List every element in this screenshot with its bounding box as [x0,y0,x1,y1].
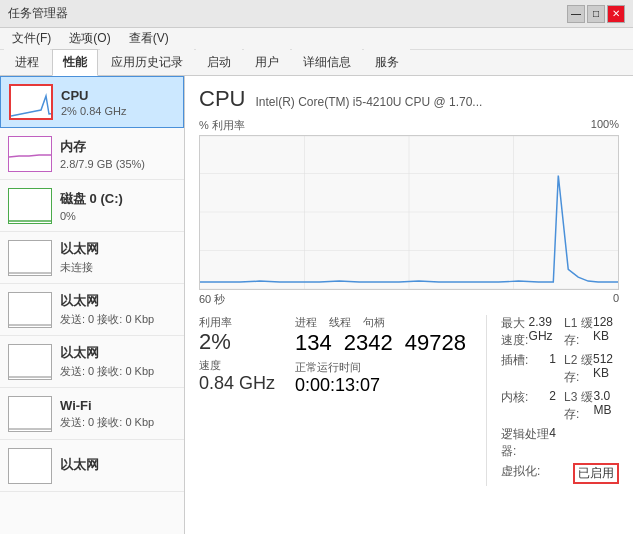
sidebar-disk-name: 磁盘 0 (C:) [60,190,176,208]
process-value: 134 [295,330,332,356]
wifi-mini-graph [8,396,52,432]
speed-value: 0.84 GHz [199,373,275,394]
disk-mini-graph [8,188,52,224]
eth4-mini-graph [8,448,52,484]
handle-value: 49728 [405,330,466,356]
sidebar-item-memory[interactable]: 内存 2.8/7.9 GB (35%) [0,128,184,180]
sidebar-eth1-name: 以太网 [60,240,176,258]
sidebar-eth3-stat: 发送: 0 接收: 0 Kbp [60,364,176,379]
minimize-button[interactable]: — [567,5,585,23]
sidebar-memory-info: 内存 2.8/7.9 GB (35%) [60,138,176,170]
title-text: 任务管理器 [8,5,68,22]
logical-row: 逻辑处理器: 4 [501,426,556,460]
thread-label: 线程 [329,315,351,330]
sidebar-disk-stat: 0% [60,210,176,222]
tab-services[interactable]: 服务 [364,49,410,75]
sidebar-disk-info: 磁盘 0 (C:) 0% [60,190,176,222]
svg-rect-7 [9,449,52,484]
graph-y-label: % 利用率 [199,118,245,133]
svg-rect-2 [9,189,52,224]
close-button[interactable]: ✕ [607,5,625,23]
socket-label: 插槽: [501,352,528,386]
menu-options[interactable]: 选项(O) [61,28,118,49]
sidebar-cpu-info: CPU 2% 0.84 GHz [61,88,175,117]
virtualization-value: 已启用 [573,463,619,484]
sidebar-wifi-stat: 发送: 0 接收: 0 Kbp [60,415,176,430]
cpu-panel-title: CPU [199,86,245,112]
l3-label: L3 缓存: [564,389,594,423]
uptime-value: 0:00:13:07 [295,375,466,396]
sidebar-eth4-name: 以太网 [60,456,176,474]
virtualization-row: 虚拟化: 已启用 [501,463,619,484]
sidebar-item-eth4[interactable]: 以太网 [0,440,184,492]
tab-users[interactable]: 用户 [244,49,290,75]
tab-app-history[interactable]: 应用历史记录 [100,49,194,75]
svg-rect-6 [9,397,52,432]
eth1-mini-graph [8,240,52,276]
eth3-mini-graph [8,344,52,380]
sidebar-memory-stat: 2.8/7.9 GB (35%) [60,158,176,170]
eth2-mini-graph [8,292,52,328]
right-panel: CPU Intel(R) Core(TM) i5-4210U CPU @ 1.7… [185,76,633,534]
process-label: 进程 [295,315,317,330]
graph-max-label: 100% [591,118,619,133]
sidebar-item-eth1[interactable]: 以太网 未连接 [0,232,184,284]
sidebar: CPU 2% 0.84 GHz 内存 2.8/7.9 GB (35%) [0,76,185,534]
tab-bar: 进程 性能 应用历史记录 启动 用户 详细信息 服务 [0,50,633,76]
sidebar-eth1-info: 以太网 未连接 [60,240,176,275]
l2-row: L2 缓存: 512 KB [564,352,619,386]
l1-row: L1 缓存: 128 KB [564,315,619,349]
menu-bar: 文件(F) 选项(O) 查看(V) [0,28,633,50]
l3-value: 3.0 MB [593,389,619,423]
sidebar-eth3-info: 以太网 发送: 0 接收: 0 Kbp [60,344,176,379]
sidebar-wifi-info: Wi-Fi 发送: 0 接收: 0 Kbp [60,398,176,430]
thread-value: 2342 [344,330,393,356]
cpu-mini-graph [9,84,53,120]
tab-process[interactable]: 进程 [4,49,50,75]
memory-mini-graph [8,136,52,172]
virtualization-label: 虚拟化: [501,463,540,484]
tab-startup[interactable]: 启动 [196,49,242,75]
tab-performance[interactable]: 性能 [52,49,98,76]
svg-rect-4 [9,293,52,328]
graph-time-right: 0 [613,292,619,307]
speed-label: 速度 [199,358,275,373]
sidebar-item-disk[interactable]: 磁盘 0 (C:) 0% [0,180,184,232]
l1-label: L1 缓存: [564,315,593,349]
socket-row: 插槽: 1 [501,352,556,386]
sidebar-wifi-name: Wi-Fi [60,398,176,413]
sidebar-item-eth3[interactable]: 以太网 发送: 0 接收: 0 Kbp [0,336,184,388]
sidebar-eth1-stat: 未连接 [60,260,176,275]
cpu-panel-subtitle: Intel(R) Core(TM) i5-4210U CPU @ 1.70... [255,95,482,109]
sidebar-eth2-stat: 发送: 0 接收: 0 Kbp [60,312,176,327]
max-speed-label: 最大速度: [501,315,529,349]
maximize-button[interactable]: □ [587,5,605,23]
cpu-graph [199,135,619,290]
main-content: CPU 2% 0.84 GHz 内存 2.8/7.9 GB (35%) [0,76,633,534]
core-label: 内核: [501,389,528,423]
uptime-label: 正常运行时间 [295,360,466,375]
l2-label: L2 缓存: [564,352,593,386]
sidebar-cpu-stat: 2% 0.84 GHz [61,105,175,117]
sidebar-item-cpu[interactable]: CPU 2% 0.84 GHz [0,76,184,128]
menu-view[interactable]: 查看(V) [121,28,177,49]
l3-row: L3 缓存: 3.0 MB [564,389,619,423]
sidebar-item-wifi[interactable]: Wi-Fi 发送: 0 接收: 0 Kbp [0,388,184,440]
handle-label: 句柄 [363,315,385,330]
core-row: 内核: 2 [501,389,556,423]
graph-label-row: % 利用率 100% [199,118,619,133]
l2-value: 512 KB [593,352,619,386]
graph-time-left: 60 秒 [199,292,225,307]
sidebar-eth4-info: 以太网 [60,456,176,476]
logical-label: 逻辑处理器: [501,426,549,460]
core-value: 2 [549,389,556,423]
sidebar-item-eth2[interactable]: 以太网 发送: 0 接收: 0 Kbp [0,284,184,336]
sidebar-eth2-info: 以太网 发送: 0 接收: 0 Kbp [60,292,176,327]
utilization-value: 2% [199,330,231,354]
sidebar-cpu-name: CPU [61,88,175,103]
sidebar-memory-name: 内存 [60,138,176,156]
menu-file[interactable]: 文件(F) [4,28,59,49]
tab-details[interactable]: 详细信息 [292,49,362,75]
utilization-label: 利用率 [199,315,275,330]
socket-value: 1 [549,352,556,386]
